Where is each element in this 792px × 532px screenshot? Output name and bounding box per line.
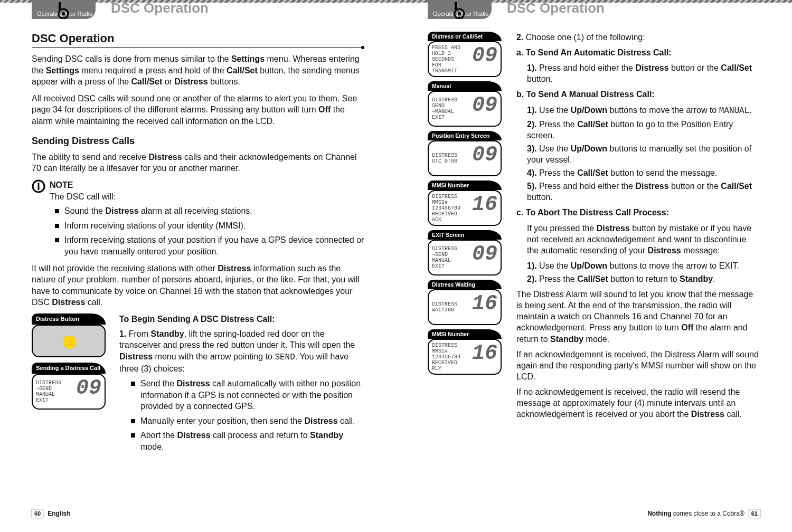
caption-s6: Distress Waiting xyxy=(428,280,502,289)
lcd-channel: 16 xyxy=(472,193,497,216)
t: menu required a press and hold of the xyxy=(79,66,227,75)
t: Call/Set xyxy=(721,63,752,72)
lcd-mmsi-ack: DISTRESS MMSI# 123456789 RECEIVED ACK 16 xyxy=(428,190,502,226)
t: Up/Down xyxy=(571,261,607,270)
t: mode. xyxy=(583,335,609,344)
t: Standby xyxy=(680,274,713,283)
footer-left: 60 English xyxy=(32,509,364,518)
wrap-s7: MMSI Number DISTRESS MMSI# 123456789 REC… xyxy=(428,329,507,375)
t: Up/Down xyxy=(571,144,607,153)
section-heading: DSC Operation xyxy=(32,32,364,48)
c-intro: If you pressed the Distress button by mi… xyxy=(516,223,760,256)
list-b: 1). Use the Up/Down buttons to move the … xyxy=(516,104,760,203)
t: The ability to send and receive xyxy=(32,153,148,162)
t: or xyxy=(162,77,174,86)
b1: 1). Use the Up/Down buttons to move the … xyxy=(527,104,760,117)
heading-c: c. To Abort The Distress Call Process: xyxy=(516,207,760,218)
t: buttons to move the arrow to xyxy=(607,106,719,115)
b5: 5). Press and hold either the Distress b… xyxy=(527,180,760,203)
t: Call/Set xyxy=(577,120,608,129)
lcd-channel: 16 xyxy=(472,292,497,316)
step-1-bullets: Send the Distress call automatically wit… xyxy=(119,378,364,453)
t: From xyxy=(126,329,150,338)
t: Distress xyxy=(218,264,251,273)
t: Call/Set xyxy=(227,66,258,75)
t: button or the xyxy=(669,63,721,72)
wrap-s5: EXIT Screen DISTRESS →SEND MANUAL EXIT 0… xyxy=(428,230,507,276)
lcd-waiting: DISTRESS WAITING 16 xyxy=(428,289,502,325)
t: 1). xyxy=(527,63,537,72)
t: MANUAL xyxy=(719,106,750,116)
bullet-2: Inform receiving stations of your identi… xyxy=(55,220,364,232)
t: Distress xyxy=(691,410,724,419)
caption-distress-button: Distress Button xyxy=(32,314,106,325)
t: Distress xyxy=(304,416,337,425)
step-bullet-3: Abort the Distress call process and retu… xyxy=(131,430,364,452)
heading-b: b. To Send A Manual Distress Call: xyxy=(516,89,760,100)
lcd-channel: 16 xyxy=(472,342,497,365)
lcd-line: ACK xyxy=(432,217,497,223)
t: Settings xyxy=(231,54,265,63)
header-right: Operating Your Radio DSC Operation xyxy=(396,0,792,21)
footer-slogan: Nothing comes close to a Cobra® xyxy=(647,510,744,517)
lcd-channel: 09 xyxy=(472,44,497,68)
arrow-marker-icon xyxy=(63,336,75,348)
svg-point-1 xyxy=(62,12,65,15)
steps-block: To Begin Sending A DSC Distress Call: 1.… xyxy=(119,314,364,456)
t: Manually enter your position, then send … xyxy=(140,416,304,425)
note-block: NOTE The DSC call will: xyxy=(32,179,364,202)
t: . xyxy=(749,106,751,115)
caption-s1: Distress or Call/Set xyxy=(428,32,502,41)
t: buttons. xyxy=(208,77,240,86)
para-noack: If no acknowledgement is received, the r… xyxy=(516,386,760,420)
c1: 1). Use the Up/Down buttons to move the … xyxy=(527,260,760,271)
page-left: Operating Your Radio DSC Operation DSC O… xyxy=(0,0,396,532)
header-left: Operating Your Radio DSC Operation xyxy=(0,0,396,21)
t: 2). xyxy=(527,274,537,283)
t: message: xyxy=(681,246,720,255)
t: Press and hold either the xyxy=(537,182,636,191)
caption-sending: Sending a Distress Call xyxy=(32,363,106,374)
lcd-channel: 09 xyxy=(76,377,101,400)
t: Nothing xyxy=(647,510,671,517)
wrap-s1: Distress or Call/Set PRESS AND HOLD 3 SE… xyxy=(428,32,507,77)
t: 3). xyxy=(527,144,537,153)
t: Sending DSC calls is done from menus sim… xyxy=(32,54,231,63)
t: menu with the arrow pointing to xyxy=(153,352,275,361)
note-line: The DSC call will: xyxy=(50,191,116,203)
t: 5). xyxy=(527,182,537,191)
footer-right: Nothing comes close to a Cobra® 61 xyxy=(428,509,760,518)
para-intro-1: Sending DSC calls is done from menus sim… xyxy=(32,53,364,88)
caption-s7: MMSI Number xyxy=(428,329,502,339)
note-title: NOTE xyxy=(50,179,116,191)
t: If you pressed the xyxy=(527,224,597,233)
body-left: Sending DSC calls is done from menus sim… xyxy=(32,53,364,456)
radio-icon xyxy=(449,1,467,19)
lcd-position: DISTRESS UTC 0:00 09 xyxy=(428,140,502,176)
t: Call/Set xyxy=(577,168,608,177)
lcd-channel: 09 xyxy=(472,144,497,167)
inset-1: Distress Button xyxy=(32,314,111,357)
page-number: 60 xyxy=(32,509,43,518)
t: Up/Down xyxy=(571,106,607,115)
svg-rect-4 xyxy=(38,183,40,190)
radio-icon xyxy=(53,1,71,19)
t: mode. xyxy=(140,442,164,451)
wrap-s3: Position Entry Screen DISTRESS UTC 0:00 … xyxy=(428,131,507,176)
lcd-exit: DISTRESS →SEND MANUAL EXIT 09 xyxy=(428,240,502,276)
para-not-provide: It will not provide the receiving statio… xyxy=(32,263,364,308)
screens-column: Distress or Call/Set PRESS AND HOLD 3 SE… xyxy=(428,32,507,424)
t: Standby xyxy=(550,335,583,344)
t: Call/Set xyxy=(131,77,163,86)
t: 2). xyxy=(527,120,537,129)
note-bullets: Sound the Distress alarm at all receivin… xyxy=(32,205,364,257)
t: button or the xyxy=(669,182,721,191)
t: . xyxy=(713,274,715,283)
b2: 2). Press the Call/Set button to go to t… xyxy=(527,119,760,141)
t: Distress xyxy=(52,298,85,307)
t: Settings xyxy=(46,66,79,75)
lcd-line: TRANSMIT xyxy=(432,68,497,74)
lcd-line: RLY xyxy=(432,366,497,372)
t: button to return to xyxy=(608,274,680,283)
list-c: 1). Use the Up/Down buttons to move the … xyxy=(516,260,760,284)
